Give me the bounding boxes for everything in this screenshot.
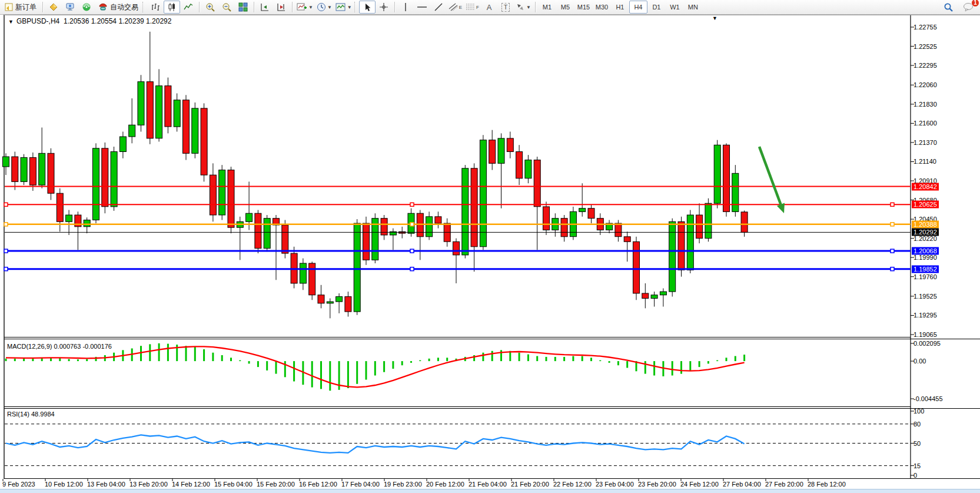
auto-trading-button[interactable]: 自动交易 bbox=[95, 1, 142, 14]
chart-canvas[interactable] bbox=[0, 0, 980, 493]
chart-shift-marker[interactable]: ▼ bbox=[712, 15, 717, 21]
price-tick-label: 1.22295 bbox=[913, 62, 937, 69]
candle bbox=[192, 108, 198, 153]
time-axis-label: 17 Feb 04:00 bbox=[341, 481, 380, 488]
timeframe-m1-button[interactable]: M1 bbox=[538, 1, 556, 14]
candle bbox=[732, 173, 739, 211]
cursor-tool-button[interactable] bbox=[359, 1, 376, 14]
line-handle[interactable] bbox=[410, 223, 414, 226]
line-chart-mode-button[interactable] bbox=[180, 1, 197, 14]
line-handle[interactable] bbox=[4, 267, 8, 271]
text-label-tool-icon: T bbox=[501, 3, 510, 12]
chart-shift-button[interactable] bbox=[273, 1, 290, 14]
signals-button[interactable] bbox=[78, 1, 95, 14]
line-handle[interactable] bbox=[4, 249, 8, 253]
price-level-tag: 1.20292 bbox=[912, 229, 939, 236]
line-handle[interactable] bbox=[410, 267, 414, 271]
candle bbox=[300, 263, 306, 283]
candle bbox=[147, 82, 153, 138]
line-handle[interactable] bbox=[891, 203, 894, 206]
zoom-out-button[interactable] bbox=[218, 1, 235, 14]
candle bbox=[705, 203, 712, 238]
equidistant-channel-tool-button[interactable]: E bbox=[447, 1, 464, 14]
toolbar-separator bbox=[42, 2, 43, 12]
vertical-line-tool-button[interactable] bbox=[397, 1, 414, 14]
auto-scroll-button[interactable] bbox=[257, 1, 273, 14]
candle bbox=[228, 170, 234, 228]
line-handle[interactable] bbox=[4, 223, 8, 226]
toolbar-separator bbox=[254, 2, 254, 12]
horizontal-line-tool-button[interactable] bbox=[414, 1, 430, 14]
bar-chart-mode-button[interactable] bbox=[147, 1, 164, 14]
candle bbox=[57, 193, 63, 221]
price-tick-label: 1.19990 bbox=[913, 254, 937, 261]
indicators-button[interactable]: ▼ bbox=[295, 1, 315, 14]
ohlc-readout: 1.20536 1.20554 1.20239 1.20292 bbox=[64, 17, 172, 25]
candle bbox=[93, 148, 99, 220]
add-indicator-icon bbox=[297, 2, 307, 12]
candlestick-icon bbox=[167, 2, 177, 12]
templates-button[interactable]: ▼ bbox=[334, 1, 354, 14]
price-tick-label: 1.19065 bbox=[913, 331, 937, 338]
line-handle[interactable] bbox=[891, 223, 894, 226]
timeframe-m30-button[interactable]: M30 bbox=[593, 1, 611, 14]
crosshair-tool-button[interactable] bbox=[376, 1, 392, 14]
candle bbox=[255, 213, 261, 248]
market-watch-button[interactable] bbox=[45, 1, 62, 14]
line-handle[interactable] bbox=[891, 267, 894, 271]
search-button[interactable] bbox=[940, 1, 956, 14]
candle bbox=[651, 295, 657, 299]
text-label-tool-button[interactable]: T bbox=[497, 1, 514, 14]
timeframe-h1-button[interactable]: H1 bbox=[611, 1, 629, 14]
timeframe-d1-button[interactable]: D1 bbox=[647, 1, 666, 14]
time-axis-label: 16 Feb 12:00 bbox=[299, 481, 337, 488]
line-handle[interactable] bbox=[410, 203, 414, 206]
tile-windows-button[interactable] bbox=[235, 1, 251, 14]
price-tick-label: 1.19295 bbox=[913, 312, 937, 319]
time-axis-label: 15 Feb 20:00 bbox=[257, 481, 295, 488]
chart-shift-icon bbox=[277, 2, 286, 12]
candlestick-mode-button[interactable] bbox=[164, 1, 180, 14]
candle bbox=[156, 86, 162, 138]
candle bbox=[111, 152, 117, 207]
periods-button[interactable]: ▼ bbox=[315, 1, 334, 14]
window-bottom-edge bbox=[0, 489, 980, 493]
tile-windows-icon bbox=[238, 2, 248, 12]
notifications-button[interactable]: 1 bbox=[960, 1, 976, 14]
line-handle[interactable] bbox=[410, 249, 414, 253]
timeframe-mn-button[interactable]: MN bbox=[684, 1, 702, 14]
timeframe-w1-button[interactable]: W1 bbox=[666, 1, 684, 14]
line-handle[interactable] bbox=[891, 249, 894, 253]
timeframe-m5-button[interactable]: M5 bbox=[556, 1, 574, 14]
symbol-dropdown-caret-icon[interactable]: ▼ bbox=[8, 19, 14, 25]
arrows-tool-button[interactable]: ▼ bbox=[514, 1, 533, 14]
candle bbox=[426, 217, 433, 237]
trend-arrow-annotation[interactable] bbox=[759, 147, 785, 213]
candle bbox=[696, 215, 703, 239]
new-order-label: 新订单 bbox=[15, 2, 36, 12]
line-chart-icon bbox=[184, 2, 193, 12]
new-order-icon bbox=[5, 3, 13, 11]
price-tick-label: 1.19760 bbox=[913, 273, 937, 280]
text-tool-button[interactable]: A bbox=[481, 1, 497, 14]
price-level-tag: 1.20625 bbox=[912, 201, 939, 209]
timeframe-h4-button[interactable]: H4 bbox=[629, 1, 647, 14]
zoom-in-icon bbox=[205, 2, 215, 12]
time-axis-label: 24 Feb 12:00 bbox=[680, 481, 719, 488]
candle bbox=[327, 302, 333, 303]
channel-tool-sub-label: E bbox=[459, 5, 462, 10]
candle bbox=[561, 219, 567, 237]
toolbar-grip bbox=[142, 2, 145, 12]
candle bbox=[714, 145, 720, 203]
new-order-button[interactable]: 新订单 bbox=[1, 1, 40, 14]
price-tick-label: 1.19525 bbox=[913, 293, 937, 300]
zoom-in-button[interactable] bbox=[202, 1, 218, 14]
line-handle[interactable] bbox=[4, 203, 8, 206]
terminal-button[interactable] bbox=[62, 1, 78, 14]
cursor-icon bbox=[363, 3, 371, 12]
timeframe-m15-button[interactable]: M15 bbox=[574, 1, 593, 14]
trendline-tool-button[interactable] bbox=[430, 1, 447, 14]
fibonacci-tool-button[interactable]: F bbox=[464, 1, 481, 14]
candle bbox=[534, 160, 540, 207]
channel-icon bbox=[449, 2, 459, 12]
